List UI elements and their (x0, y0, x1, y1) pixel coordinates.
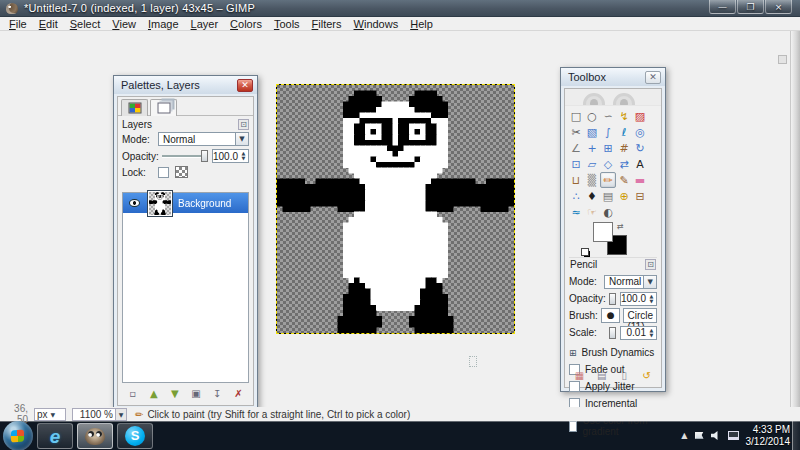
layers-dialog-titlebar[interactable]: Palettes, Layers ✕ (114, 76, 257, 94)
tool-scissors-icon[interactable]: ✂ (568, 124, 584, 140)
tool-opacity-spinner[interactable]: 100.0 ▲▼ (620, 292, 657, 306)
tab-palettes[interactable] (121, 99, 148, 116)
tool-paths-icon[interactable]: ∫ (600, 124, 616, 140)
brush-dynamics-expander-icon[interactable]: ⊞ (569, 348, 577, 358)
save-options-button[interactable]: ▦ (571, 368, 588, 383)
delete-options-button[interactable]: ▯ (616, 368, 633, 383)
tool-dodge-burn-icon[interactable]: ◐ (600, 204, 616, 220)
tool-smudge-icon[interactable]: ☞ (584, 204, 600, 220)
layers-dialog-close-button[interactable]: ✕ (237, 79, 253, 92)
volume-icon[interactable] (711, 431, 721, 440)
tool-airbrush-icon[interactable]: ∴ (568, 188, 584, 204)
tool-opacity-handle[interactable] (609, 293, 616, 305)
tool-pencil-icon[interactable]: ✏ (600, 172, 616, 188)
menu-file[interactable]: File (3, 17, 33, 31)
menu-tools[interactable]: Tools (268, 17, 306, 31)
lower-layer-button[interactable]: ▼ (166, 386, 183, 401)
tool-text-icon[interactable]: A (632, 156, 648, 172)
spinner-arrows-icon[interactable]: ▲▼ (647, 327, 656, 339)
start-button[interactable] (3, 421, 33, 450)
network-icon[interactable] (728, 431, 739, 440)
tool-move-icon[interactable]: + (584, 140, 600, 156)
unit-select[interactable]: px ▼ (34, 408, 66, 421)
tool-mode-dropdown-arrow[interactable]: ▼ (644, 275, 657, 289)
action-center-flag-icon[interactable] (695, 432, 704, 440)
spinner-arrows-icon[interactable]: ▲▼ (239, 150, 248, 162)
tool-options-menu-button[interactable]: ⊡ (645, 259, 656, 270)
tool-foreground-select-icon[interactable]: ▧ (584, 124, 600, 140)
raise-layer-button[interactable]: ▲ (145, 386, 162, 401)
close-button[interactable]: × (765, 0, 792, 14)
menu-image[interactable]: Image (142, 17, 185, 31)
layer-row-background[interactable]: Background (123, 193, 248, 213)
tool-blend-icon[interactable]: ▒ (584, 172, 600, 188)
layer-mode-select[interactable]: Normal (158, 132, 236, 146)
scale-slider[interactable] (609, 327, 616, 339)
image-canvas[interactable] (277, 85, 514, 333)
tool-free-select-icon[interactable]: ∽ (600, 108, 616, 124)
brush-preview-button[interactable]: ● (601, 308, 621, 323)
anchor-layer-button[interactable]: ↧ (209, 386, 226, 401)
tool-scale-icon[interactable]: ⊡ (568, 156, 584, 172)
window-right-scrollbar[interactable] (790, 31, 800, 407)
restore-button[interactable]: ❐ (737, 0, 764, 14)
restore-options-button[interactable]: ▤ (593, 368, 610, 383)
menu-select[interactable]: Select (64, 17, 107, 31)
tool-align-icon[interactable]: ⊞ (600, 140, 616, 156)
tray-clock[interactable]: 4:33 PM 3/12/2014 (746, 424, 791, 448)
duplicate-layer-button[interactable]: ▣ (188, 386, 205, 401)
delete-layer-button[interactable]: ✗ (230, 386, 247, 401)
tool-crop-icon[interactable]: # (616, 140, 632, 156)
tool-ellipse-select-icon[interactable]: ○ (584, 108, 600, 124)
menu-help[interactable]: Help (404, 17, 439, 31)
minimize-button[interactable]: — (709, 0, 736, 14)
layer-opacity-spinner[interactable]: 100.0 ▲▼ (212, 149, 249, 163)
tool-select-by-color-icon[interactable]: ▨ (632, 108, 648, 124)
tool-paintbrush-icon[interactable]: ✎ (616, 172, 632, 188)
taskbar-item-internet-explorer[interactable]: e (37, 423, 73, 449)
panel-menu-button[interactable]: ⊡ (238, 119, 249, 130)
tool-shear-icon[interactable]: ▱ (584, 156, 600, 172)
menu-windows[interactable]: Windows (348, 17, 405, 31)
tool-ink-icon[interactable]: ♦ (584, 188, 600, 204)
reset-options-button[interactable]: ↺ (638, 368, 655, 383)
menu-layer[interactable]: Layer (185, 17, 225, 31)
tool-bucket-fill-icon[interactable]: ⊔ (568, 172, 584, 188)
toolbox-titlebar[interactable]: Toolbox ✕ (561, 68, 665, 86)
foreground-color-swatch[interactable] (593, 222, 613, 242)
tool-heal-icon[interactable]: ⊕ (616, 188, 632, 204)
taskbar-item-skype[interactable]: S (117, 423, 153, 449)
brush-name[interactable]: Circle (11) (623, 308, 657, 323)
scale-slider-handle[interactable] (609, 327, 616, 339)
opacity-slider-handle[interactable] (201, 150, 208, 162)
tool-eraser-icon[interactable]: ▬ (632, 172, 648, 188)
zoom-dropdown-arrow[interactable]: ▼ (116, 408, 127, 421)
swap-colors-icon[interactable]: ⇄ (617, 222, 624, 231)
tab-layers[interactable] (150, 99, 177, 116)
layer-mode-dropdown-arrow[interactable]: ▼ (236, 132, 249, 146)
layer-visibility-eye-icon[interactable] (129, 199, 140, 207)
tool-magnify-icon[interactable]: ◎ (632, 124, 648, 140)
tool-perspective-clone-icon[interactable]: ⊟ (632, 188, 648, 204)
tool-rectangle-select-icon[interactable]: □ (568, 108, 584, 124)
new-layer-button[interactable]: ▫ (124, 386, 141, 401)
layer-opacity-slider[interactable] (162, 150, 208, 162)
tool-rotate-icon[interactable]: ↻ (632, 140, 648, 156)
spinner-arrows-icon[interactable]: ▲▼ (647, 293, 656, 305)
tool-color-picker-icon[interactable]: ℓ (616, 124, 632, 140)
menu-view[interactable]: View (106, 17, 142, 31)
tool-measure-icon[interactable]: ∠ (568, 140, 584, 156)
taskbar-item-gimp[interactable] (77, 423, 113, 449)
menu-colors[interactable]: Colors (224, 17, 268, 31)
lock-alpha-checkbox[interactable] (158, 167, 169, 178)
scale-spinner[interactable]: 0.01 ▲▼ (620, 326, 657, 340)
tool-perspective-icon[interactable]: ◇ (600, 156, 616, 172)
tool-fuzzy-select-icon[interactable]: ↯ (616, 108, 632, 124)
show-desktop-button[interactable] (792, 421, 800, 450)
menu-filters[interactable]: Filters (306, 17, 348, 31)
tool-clone-icon[interactable]: ▤ (600, 188, 616, 204)
tool-opacity-slider[interactable] (609, 293, 616, 305)
title-bar[interactable]: *Untitled-7.0 (indexed, 1 layer) 43x45 –… (0, 0, 800, 17)
tool-flip-icon[interactable]: ⇄ (616, 156, 632, 172)
tool-blur-sharpen-icon[interactable]: ≈ (568, 204, 584, 220)
